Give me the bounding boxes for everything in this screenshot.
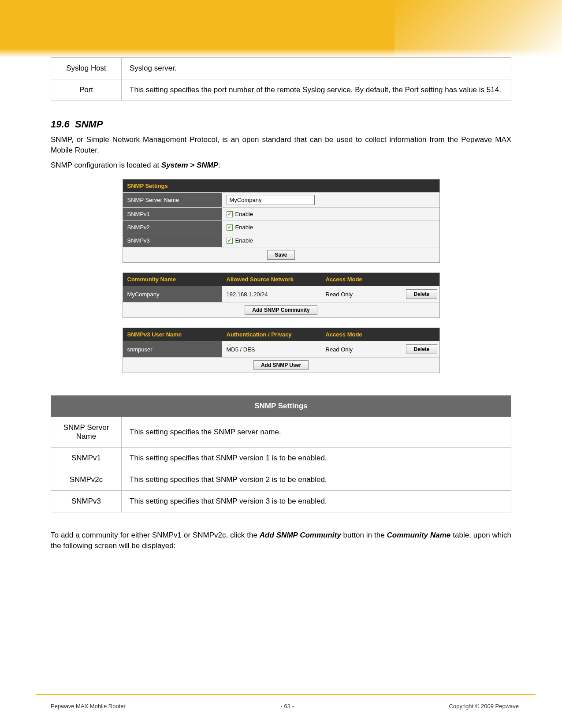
panel-title: SNMP Settings [123,179,439,192]
community-network-cell: 192.168.1.20/24 [222,286,321,302]
content-area: Syslog Host Syslog server. Port This set… [0,57,562,551]
community-grid: Community Name Allowed Source Network Ac… [123,273,440,318]
syslog-host-value: Syslog server. [122,58,511,79]
snmpv2c-row-desc: This setting specifies that SNMP version… [122,469,511,491]
snmpv3-checkbox[interactable]: ✓ [227,238,233,244]
port-value: This setting specifies the port number o… [122,79,511,101]
add-snmp-user-button[interactable]: Add SNMP User [253,360,309,370]
user-name-cell[interactable]: snmpuser [123,341,222,357]
enable-text: Enable [235,224,253,231]
snmpv1-row-desc: This setting specifies that SNMP version… [122,448,511,469]
port-label: Port [51,79,122,101]
breadcrumb-path: System > SNMP [161,161,218,169]
col-community-name: Community Name [123,273,222,286]
snmp-server-name-label: SNMP Server Name [51,417,122,448]
snmpv3-row-desc: This setting specifies that SNMP version… [122,491,511,512]
snmpv3-label: SNMPv3 [123,234,222,247]
server-name-value-cell [222,193,439,207]
col-auth-privacy: Authentication / Privacy [222,328,321,341]
server-name-input[interactable] [227,195,315,205]
save-button[interactable]: Save [267,250,294,260]
snmpv2c-row-label: SNMPv2c [51,469,122,491]
closing-mid: button in the [341,531,387,539]
enable-text: Enable [235,211,253,217]
add-snmp-community-ref: Add SNMP Community [260,531,341,539]
user-row: snmpuser MD5 / DES Read Only Delete [123,341,439,357]
table-row: Port This setting specifies the port num… [51,79,511,101]
snmp-server-name-desc: This setting specifies the SNMP server n… [122,417,511,448]
col-user-name: SNMPv3 User Name [123,328,222,341]
col-access-mode: Access Mode [321,273,404,286]
closing-pre: To add a community for either SNMPv1 or … [51,531,260,539]
user-grid: SNMPv3 User Name Authentication / Privac… [123,328,440,373]
col-actions [404,328,439,341]
snmp-settings-description-table: SNMP Settings SNMP Server Name This sett… [51,395,511,512]
section-number: 19.6 [51,119,70,130]
community-name-cell[interactable]: MyCompany [123,286,222,302]
header-band [0,0,562,57]
closing-paragraph: To add a community for either SNMPv1 or … [51,530,511,551]
para2-pre: SNMP configuration is located at [51,161,161,169]
row-snmpv2: SNMPv2 ✓ Enable [123,220,439,234]
snmpv1-row-label: SNMPv1 [51,448,122,469]
community-mode-cell: Read Only [321,286,404,302]
delete-community-button[interactable]: Delete [406,289,437,299]
para2-post: : [218,161,220,169]
user-delete-cell: Delete [404,341,439,357]
snmp-table-header: SNMP Settings [51,396,511,417]
syslog-definition-table: Syslog Host Syslog server. Port This set… [51,57,511,101]
user-auth-cell: MD5 / DES [222,341,321,357]
table-row: Syslog Host Syslog server. [51,58,511,79]
row-snmpv3: SNMPv3 ✓ Enable [123,234,439,247]
snmpv1-label: SNMPv1 [123,208,222,220]
table-row: SNMPv2c This setting specifies that SNMP… [51,469,511,491]
snmpv1-checkbox[interactable]: ✓ [227,211,233,217]
snmpv3-row-label: SNMPv3 [51,491,122,512]
snmp-screenshot-inset: SNMP Settings SNMP Server Name SNMPv1 ✓ … [123,179,440,373]
community-delete-cell: Delete [404,286,439,302]
syslog-host-label: Syslog Host [51,58,122,79]
user-grid-header: SNMPv3 User Name Authentication / Privac… [123,328,439,341]
row-snmpv1: SNMPv1 ✓ Enable [123,207,439,220]
snmpv2-label: SNMPv2 [123,221,222,234]
page-footer: Pepwave MAX Mobile Router - 63 - Copyrig… [51,703,519,709]
table-row: SNMPv1 This setting specifies that SNMP … [51,448,511,469]
snmpv2-value-cell: ✓ Enable [222,221,439,234]
col-actions [404,273,439,286]
snmpv3-value-cell: ✓ Enable [222,234,439,247]
community-grid-footer: Add SNMP Community [123,302,439,317]
footer-left: Pepwave MAX Mobile Router [51,703,126,709]
server-name-label: SNMP Server Name [123,193,222,207]
snmpv2-checkbox[interactable]: ✓ [227,224,233,231]
snmpv1-value-cell: ✓ Enable [222,208,439,220]
row-server-name: SNMP Server Name [123,192,439,207]
community-row: MyCompany 192.168.1.20/24 Read Only Dele… [123,286,439,302]
delete-user-button[interactable]: Delete [406,344,437,354]
col-allowed-network: Allowed Source Network [222,273,321,286]
panel-footer: Save [123,247,439,262]
add-snmp-community-button[interactable]: Add SNMP Community [245,305,317,315]
community-name-ref: Community Name [387,531,451,539]
document-page: Syslog Host Syslog server. Port This set… [0,0,562,728]
footer-copyright: Copyright © 2009 Pepwave [449,703,519,709]
footer-page-number: - 63 - [281,703,294,709]
community-grid-header: Community Name Allowed Source Network Ac… [123,273,439,286]
table-row: SNMP Server Name This setting specifies … [51,417,511,448]
user-grid-footer: Add SNMP User [123,357,439,373]
intro-paragraph-1: SNMP, or Simple Network Management Proto… [51,134,511,156]
snmp-settings-panel: SNMP Settings SNMP Server Name SNMPv1 ✓ … [123,179,440,263]
footer-divider [36,694,536,695]
section-title: SNMP [75,119,103,130]
panel-header: SNMP Settings [123,179,439,192]
user-mode-cell: Read Only [321,341,404,357]
enable-text: Enable [235,237,253,244]
section-heading: 19.6 SNMP [51,119,511,130]
col-access-mode: Access Mode [321,328,404,341]
intro-paragraph-2: SNMP configuration is located at System … [51,160,511,171]
table-row: SNMPv3 This setting specifies that SNMP … [51,491,511,512]
